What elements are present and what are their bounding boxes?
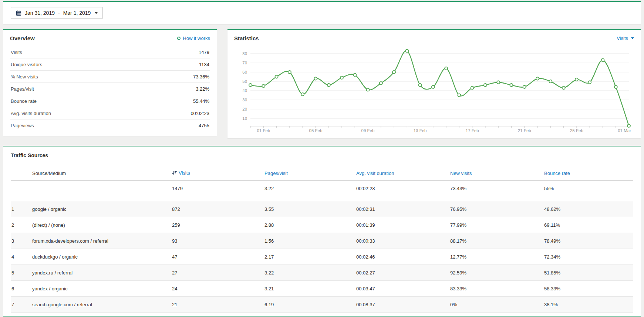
cell-bounce_rate: 55% bbox=[544, 180, 633, 196]
sort-link-avg_visit_duration[interactable]: Avg. visit duration bbox=[356, 171, 394, 176]
data-point-marker[interactable] bbox=[471, 87, 474, 90]
column-label: Visits bbox=[179, 170, 190, 176]
data-point-marker[interactable] bbox=[497, 81, 500, 84]
data-point-marker[interactable] bbox=[288, 71, 291, 74]
date-range-separator: - bbox=[58, 10, 60, 16]
stat-value: 3.22% bbox=[196, 86, 209, 92]
data-point-marker[interactable] bbox=[458, 94, 461, 97]
stat-value: 55.44% bbox=[193, 98, 209, 104]
data-point-marker[interactable] bbox=[380, 82, 382, 85]
metric-selector-dropdown[interactable]: Visits bbox=[617, 36, 634, 41]
overview-stats-list: Visits1479Unique visitors1134% New visit… bbox=[10, 46, 210, 131]
cell-pages_per_visit: 3.22 bbox=[264, 180, 356, 196]
cell-rank: 3 bbox=[11, 233, 32, 249]
table-row: 3forum.xda-developers.com / referral931.… bbox=[11, 233, 633, 249]
cell-new_visits: 73.43% bbox=[450, 180, 544, 196]
visits-line-chart: 102030405060708001 Feb05 Feb09 Feb13 Feb… bbox=[234, 46, 634, 134]
sort-link-bounce_rate[interactable]: Bounce rate bbox=[544, 171, 570, 176]
date-range-picker[interactable]: Jan 31, 2019 - Mar 1, 2019 bbox=[11, 7, 103, 19]
data-point-marker[interactable] bbox=[588, 81, 591, 84]
y-axis-tick-label: 70 bbox=[242, 61, 247, 65]
y-axis-tick-label: 50 bbox=[242, 79, 247, 84]
column-header-new_visits: New visits bbox=[450, 165, 544, 180]
data-point-marker[interactable] bbox=[445, 67, 448, 70]
column-label: Avg. visit duration bbox=[356, 171, 394, 176]
sort-link-pages_per_visit[interactable]: Pages/visit bbox=[264, 171, 288, 176]
data-point-marker[interactable] bbox=[627, 124, 630, 127]
data-point-marker[interactable] bbox=[549, 80, 552, 83]
cell-bounce_rate: 78.49% bbox=[544, 233, 633, 249]
data-point-marker[interactable] bbox=[314, 77, 317, 80]
x-axis-tick-label: 25 Feb bbox=[570, 128, 583, 133]
cell-pages_per_visit: 6.19 bbox=[264, 297, 356, 313]
overview-stat-row: Unique visitors1134 bbox=[10, 58, 210, 70]
date-range-end: Mar 1, 2019 bbox=[63, 10, 91, 16]
data-point-marker[interactable] bbox=[523, 85, 526, 88]
analytics-dashboard: Jan 31, 2019 - Mar 1, 2019 Overview How … bbox=[0, 1, 644, 317]
data-point-marker[interactable] bbox=[353, 74, 356, 77]
cell-visits: 93 bbox=[172, 233, 264, 249]
cell-source_medium: yandex / organic bbox=[32, 281, 172, 297]
stat-label: Pages/visit bbox=[11, 86, 34, 92]
cell-avg_visit_duration: 00:08:37 bbox=[356, 297, 450, 313]
data-point-marker[interactable] bbox=[419, 84, 422, 87]
data-point-marker[interactable] bbox=[249, 84, 252, 87]
data-point-marker[interactable] bbox=[301, 93, 304, 96]
data-point-marker[interactable] bbox=[367, 88, 370, 91]
data-point-marker[interactable] bbox=[262, 85, 265, 88]
x-axis-tick-label: 05 Feb bbox=[309, 128, 322, 133]
y-axis-tick-label: 30 bbox=[242, 98, 247, 102]
stat-value: 4755 bbox=[199, 123, 209, 128]
overview-panel: Overview How it works Visits1479Unique v… bbox=[3, 29, 217, 136]
sort-link-visits[interactable]: Visits bbox=[172, 170, 190, 176]
data-point-marker[interactable] bbox=[392, 71, 395, 74]
y-axis-tick-label: 20 bbox=[242, 107, 247, 111]
data-point-marker[interactable] bbox=[405, 50, 408, 53]
y-axis-tick-label: 60 bbox=[242, 70, 247, 74]
stat-label: Bounce rate bbox=[11, 98, 37, 104]
data-point-marker[interactable] bbox=[484, 84, 487, 87]
data-point-marker[interactable] bbox=[275, 75, 278, 78]
overview-stat-row: Visits1479 bbox=[10, 46, 210, 58]
cell-bounce_rate: 69.11% bbox=[544, 217, 633, 233]
data-point-marker[interactable] bbox=[614, 85, 617, 88]
traffic-sources-table: Source/MediumVisitsPages/visitAvg. visit… bbox=[11, 165, 633, 317]
statistics-title: Statistics bbox=[234, 35, 259, 41]
cell-bounce_rate: 58.33% bbox=[544, 281, 633, 297]
cell-source_medium: google / organic bbox=[32, 201, 172, 217]
cell-rank bbox=[11, 180, 32, 196]
data-point-marker[interactable] bbox=[327, 84, 330, 87]
y-axis-tick-label: 40 bbox=[242, 88, 247, 93]
y-axis-tick-label: 10 bbox=[242, 116, 247, 121]
stat-value: 1134 bbox=[199, 62, 209, 67]
data-point-marker[interactable] bbox=[536, 77, 539, 80]
column-header-visits: Visits bbox=[172, 165, 264, 180]
data-point-marker[interactable] bbox=[432, 85, 435, 88]
cell-visits: 21 bbox=[172, 297, 264, 313]
how-it-works-label: How it works bbox=[183, 36, 210, 41]
traffic-sources-title: Traffic Sources bbox=[11, 152, 633, 158]
overview-stat-row: Pages/visit3.22% bbox=[10, 82, 210, 95]
x-axis-tick-label: 21 Feb bbox=[518, 128, 531, 133]
sort-link-new_visits[interactable]: New visits bbox=[450, 171, 472, 176]
column-header-rank bbox=[11, 165, 32, 180]
caret-down-icon bbox=[631, 37, 634, 39]
y-axis-tick-label: 80 bbox=[242, 51, 247, 56]
data-point-marker[interactable] bbox=[510, 84, 513, 87]
stat-label: Unique visitors bbox=[11, 62, 42, 67]
cell-avg_visit_duration: 00:02:31 bbox=[356, 201, 450, 217]
data-point-marker[interactable] bbox=[601, 59, 604, 62]
cell-pages_per_visit: 2.88 bbox=[264, 217, 356, 233]
x-axis-tick-label: 01 Mar bbox=[618, 128, 631, 133]
x-axis-tick-label: 01 Feb bbox=[257, 128, 270, 133]
cell-pages_per_visit: 1.56 bbox=[264, 233, 356, 249]
data-point-marker[interactable] bbox=[575, 78, 578, 81]
data-point-marker[interactable] bbox=[562, 87, 565, 90]
cell-source_medium: forum.xda-developers.com / referral bbox=[32, 233, 172, 249]
table-row: 6yandex / organic243.2100:03:4783.33%58.… bbox=[11, 281, 633, 297]
how-it-works-link[interactable]: How it works bbox=[177, 36, 210, 41]
data-point-marker[interactable] bbox=[340, 76, 343, 79]
cell-visits: 47 bbox=[172, 249, 264, 265]
stat-value: 73.36% bbox=[193, 74, 209, 80]
cell-rank: 4 bbox=[11, 249, 32, 265]
